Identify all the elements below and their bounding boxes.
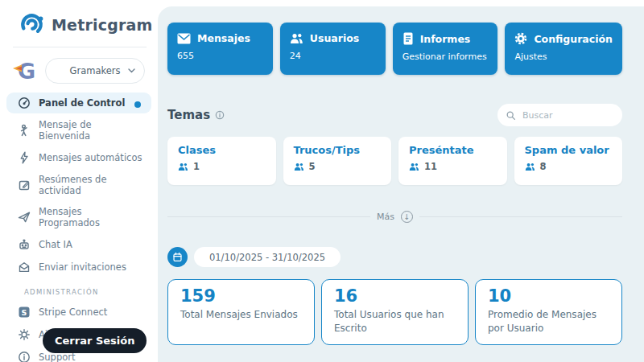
envelope-open-icon	[18, 261, 31, 274]
chevron-down-circle-icon[interactable]: ↓	[401, 211, 413, 223]
sidebar-item-label: Mensajes Programados	[39, 206, 145, 228]
chevron-down-icon	[128, 68, 135, 73]
account-name: Gramakers	[70, 65, 121, 76]
topic-card-clases[interactable]: Clases 1	[167, 137, 276, 185]
stat-value: 16	[334, 286, 456, 306]
main-content: Mensajes 655 Usuarios 24 Informes Gestio…	[158, 6, 644, 362]
person-wave-icon	[18, 124, 31, 137]
topics-row: Clases 1 Trucos/Tips 5 Preséntate 11 Spa…	[167, 137, 622, 185]
brand-name: Metricgram	[52, 16, 153, 34]
sidebar-item-mensaje-de-bienvenida[interactable]: Mensaje de Bienvenida	[6, 115, 151, 146]
stats-row: 159 Total Mensajes Enviados 16 Total Usu…	[167, 279, 622, 345]
topic-count-value: 5	[309, 161, 316, 172]
logout-button[interactable]: Cerrar Sesión	[43, 328, 147, 353]
sidebar-item-mensajes-programados[interactable]: Mensajes Programados	[6, 202, 151, 232]
svg-text:S: S	[22, 308, 27, 317]
topic-count-value: 11	[424, 161, 437, 172]
account-dropdown[interactable]: Gramakers	[45, 58, 145, 84]
topic-card-trucos-tips[interactable]: Trucos/Tips 5	[283, 137, 392, 185]
temas-header-row: Temas	[167, 104, 622, 126]
topic-card-presentate[interactable]: Preséntate 11	[398, 137, 507, 185]
users-icon	[178, 162, 188, 171]
stripe-icon: S	[18, 306, 31, 319]
stat-card-promedio-mensajes: 10 Promedio de Mensajes por Usuario	[475, 279, 622, 345]
metricgram-logo-icon	[19, 12, 44, 37]
sidebar-item-chat-ia[interactable]: Chat IA	[6, 234, 151, 255]
sidebar-item-label: Stripe Connect	[39, 306, 107, 318]
sidebar-item-label: Mensaje de Bienvenida	[39, 119, 145, 142]
stat-label: Promedio de Mensajes por Usuario	[488, 308, 609, 336]
active-indicator-dot	[134, 101, 141, 108]
sidebar-item-resumenes-de-actividad[interactable]: Resúmenes de actividad	[6, 170, 151, 200]
card-value: 655	[177, 51, 263, 61]
card-value: 24	[290, 51, 376, 61]
sidebar-item-label: Chat IA	[39, 239, 72, 250]
topic-count-value: 8	[540, 161, 547, 172]
topic-card-spam-de-valor[interactable]: Spam de valor 8	[514, 137, 623, 185]
sidebar-item-label: Enviar invitaciones	[39, 261, 126, 273]
gauge-icon	[18, 97, 31, 109]
sidebar-item-panel-de-control[interactable]: Panel de Control	[6, 93, 151, 113]
users-icon	[409, 162, 419, 171]
card-configuracion[interactable]: Configuración Ajustes	[505, 23, 622, 75]
admin-section-label: ADMINISTRACIÓN	[24, 288, 151, 296]
more-label[interactable]: Más	[377, 212, 394, 222]
stat-value: 159	[180, 286, 302, 306]
sidebar-item-enviar-invitaciones[interactable]: Enviar invitaciones	[6, 257, 151, 278]
account-avatar: G	[11, 57, 39, 84]
topic-count-value: 1	[193, 161, 200, 172]
search-box[interactable]	[497, 104, 622, 126]
users-icon	[290, 33, 303, 44]
sidebar-item-stripe-connect[interactable]: S Stripe Connect	[6, 302, 151, 323]
card-usuarios[interactable]: Usuarios 24	[280, 23, 386, 75]
calendar-icon	[172, 252, 183, 262]
search-input[interactable]	[521, 109, 614, 121]
stat-card-total-usuarios: 16 Total Usuarios que han Escrito	[321, 279, 469, 345]
card-title: Mensajes	[197, 32, 250, 44]
stat-label: Total Usuarios que han Escrito	[334, 308, 456, 336]
users-icon	[525, 162, 535, 171]
stat-value: 10	[488, 286, 609, 306]
card-title: Configuración	[534, 33, 613, 45]
account-selector-row: G Gramakers	[0, 47, 158, 91]
paper-plane-icon	[18, 211, 31, 224]
info-icon	[18, 351, 31, 362]
card-informes[interactable]: Informes Gestionar informes	[393, 23, 498, 75]
topic-title: Preséntate	[409, 144, 497, 156]
gear-icon	[18, 328, 31, 341]
topic-title: Trucos/Tips	[294, 144, 382, 156]
envelope-icon	[177, 33, 191, 44]
search-icon	[506, 110, 516, 121]
robot-icon	[18, 238, 31, 251]
sidebar-item-label: Mensajes automáticos	[39, 152, 142, 163]
calendar-button[interactable]	[167, 247, 188, 267]
lightning-icon	[18, 151, 31, 164]
topic-title: Clases	[178, 144, 266, 156]
topic-title: Spam de valor	[525, 144, 613, 156]
sidebar: Metricgram G Gramakers Panel de Control	[0, 0, 158, 362]
card-title: Usuarios	[310, 32, 359, 44]
quick-cards-row: Mensajes 655 Usuarios 24 Informes Gestio…	[167, 23, 622, 75]
users-icon	[294, 162, 304, 171]
sidebar-item-label: Panel de Control	[39, 97, 125, 109]
pencil-square-icon	[18, 179, 31, 191]
card-title: Informes	[420, 33, 471, 45]
card-mensajes[interactable]: Mensajes 655	[167, 23, 273, 75]
stat-card-total-mensajes: 159 Total Mensajes Enviados	[167, 279, 315, 345]
card-subtitle: Ajustes	[514, 51, 613, 62]
report-icon	[402, 32, 414, 45]
divider-line	[167, 216, 370, 217]
card-subtitle: Gestionar informes	[402, 51, 489, 62]
sidebar-item-label: Resúmenes de actividad	[39, 174, 145, 196]
sidebar-item-mensajes-automaticos[interactable]: Mensajes automáticos	[6, 147, 151, 168]
gear-icon	[514, 32, 527, 45]
sidebar-nav: Panel de Control Mensaje de Bienvenida M…	[0, 91, 158, 362]
brand-header: Metricgram	[0, 0, 158, 47]
info-icon	[215, 110, 225, 120]
date-range-row: 01/10/2025 - 31/10/2025	[167, 247, 622, 267]
stat-label: Total Mensajes Enviados	[180, 308, 302, 322]
divider-line	[419, 216, 622, 217]
date-range-picker[interactable]: 01/10/2025 - 31/10/2025	[194, 247, 341, 267]
section-title: Temas	[167, 108, 210, 122]
more-divider: Más ↓	[167, 211, 622, 223]
